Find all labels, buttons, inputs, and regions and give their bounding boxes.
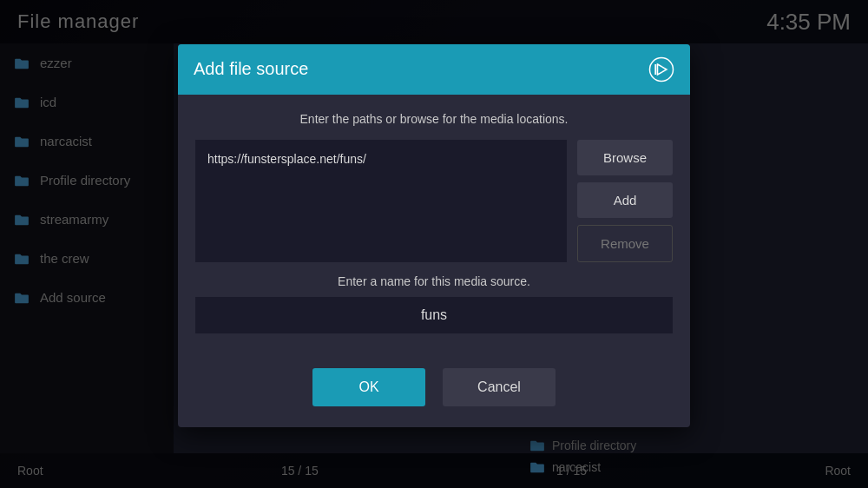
modal-instruction2: Enter a name for this media source. (195, 274, 673, 288)
browse-button[interactable]: Browse (577, 140, 673, 175)
kodi-logo-icon (648, 56, 674, 82)
path-row: https://funstersplace.net/funs/ Browse A… (195, 140, 673, 262)
remove-button[interactable]: Remove (577, 225, 673, 262)
add-button[interactable]: Add (577, 182, 673, 218)
url-input[interactable]: https://funstersplace.net/funs/ (195, 140, 567, 262)
modal-title: Add file source (194, 59, 308, 79)
ok-button[interactable]: OK (312, 368, 425, 406)
path-buttons: Browse Add Remove (577, 140, 673, 262)
svg-point-0 (650, 57, 674, 81)
svg-marker-1 (658, 64, 667, 75)
name-input[interactable] (195, 297, 673, 333)
modal-header: Add file source (178, 44, 690, 95)
modal-instruction1: Enter the paths or browse for the media … (195, 112, 673, 126)
modal-dialog: Add file source Enter the paths or brows… (178, 44, 690, 427)
modal-body: Enter the paths or browse for the media … (178, 95, 690, 351)
modal-overlay: Add file source Enter the paths or brows… (0, 0, 868, 488)
modal-footer: OK Cancel (178, 351, 690, 427)
cancel-button[interactable]: Cancel (443, 368, 556, 406)
